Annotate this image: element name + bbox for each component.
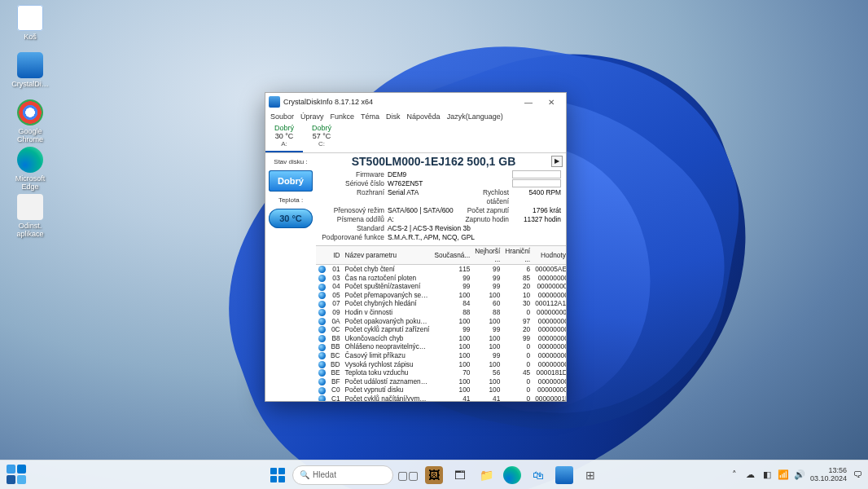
menu-jazyklanguage[interactable]: Jazyk(Language) bbox=[447, 112, 503, 121]
smart-status-dot bbox=[318, 361, 326, 368]
close-button[interactable]: ✕ bbox=[540, 95, 563, 109]
menu-disk[interactable]: Disk bbox=[386, 112, 401, 121]
crystaldiskinfo-icon bbox=[17, 52, 43, 78]
start-button[interactable] bbox=[266, 464, 289, 487]
disk-properties: Firmware DEM9 Sériové číslo W762EN5T Roz… bbox=[316, 170, 566, 244]
smart-row[interactable]: 0C Počet cyklů zapnutí zařízení 99 99 20… bbox=[316, 325, 566, 334]
app-icon bbox=[269, 96, 280, 108]
smart-status-dot bbox=[318, 387, 326, 394]
smart-status-dot bbox=[318, 335, 326, 342]
menu-funkce[interactable]: Funkce bbox=[331, 112, 355, 121]
onedrive-icon[interactable]: ☁ bbox=[745, 469, 756, 480]
desktop-icon-recycle-bin[interactable]: Koš bbox=[5, 5, 55, 49]
volume-icon[interactable]: 🔊 bbox=[794, 469, 805, 480]
smart-row[interactable]: C1 Počet cyklů načítání/vymazání 41 41 0… bbox=[316, 394, 566, 401]
chrome-icon bbox=[17, 99, 43, 126]
task-view-button[interactable]: ▢▢ bbox=[397, 464, 419, 487]
crystaldiskinfo-window: CrystalDiskInfo 8.17.12 x64 — ✕ SouborÚp… bbox=[265, 92, 567, 402]
menu-úpravy[interactable]: Úpravy bbox=[300, 112, 324, 121]
titlebar[interactable]: CrystalDiskInfo 8.17.12 x64 — ✕ bbox=[265, 93, 566, 111]
minimize-button[interactable]: — bbox=[517, 95, 540, 109]
smart-row[interactable]: 05 Počet přemapovaných sektorů 100 100 1… bbox=[316, 291, 566, 300]
smart-row[interactable]: BC Časový limit příkazu 100 99 0 0000000… bbox=[316, 351, 566, 360]
taskbar-app-1[interactable]: 🖼 bbox=[423, 464, 445, 487]
smart-status-dot bbox=[318, 292, 326, 299]
store-button[interactable]: 🛍 bbox=[527, 464, 550, 487]
smart-status-dot bbox=[318, 378, 326, 385]
smart-status-dot bbox=[318, 266, 326, 273]
smart-status-dot bbox=[318, 301, 326, 308]
smart-row[interactable]: BE Teplota toku vzduchu 70 56 45 0000181… bbox=[316, 368, 566, 377]
clock[interactable]: 13:56 03.10.2024 bbox=[810, 466, 847, 482]
disk-model: ST500LM000-1EJ162 500,1 GB bbox=[319, 155, 548, 168]
smart-status-dot bbox=[318, 344, 326, 351]
tray-chevron-icon[interactable]: ˄ bbox=[729, 469, 740, 480]
smart-row[interactable]: 01 Počet chyb čtení 115 99 6 000005AEEA8… bbox=[316, 265, 566, 274]
smart-row[interactable]: 03 Čas na roztočení ploten 99 99 85 0000… bbox=[316, 274, 566, 283]
search-box[interactable]: 🔍 Hledat bbox=[292, 465, 393, 485]
disk-tab-0[interactable]: Dobrý 30 °C A: bbox=[265, 122, 303, 152]
smart-status-dot bbox=[318, 309, 326, 316]
smart-row[interactable]: 09 Hodin v činnosti 88 88 0 000000002C3F bbox=[316, 308, 566, 317]
smart-status-dot bbox=[318, 326, 326, 333]
taskbar-app-2[interactable]: 🗔 bbox=[449, 464, 471, 487]
smart-row[interactable]: BF Počet událostí zaznamenaných otřesový… bbox=[316, 377, 566, 386]
edge-button[interactable] bbox=[501, 464, 524, 487]
smart-row[interactable]: 04 Počet spuštění/zastavení 99 99 20 000… bbox=[316, 282, 566, 291]
tray-app-icon[interactable]: ◧ bbox=[761, 469, 773, 480]
next-disk-button[interactable]: ▶ bbox=[551, 156, 563, 167]
desktop-icon-edge[interactable]: Microsoft Edge bbox=[5, 147, 55, 191]
edge-icon bbox=[17, 147, 43, 173]
cleanup-icon bbox=[17, 194, 43, 220]
smart-row[interactable]: 0A Počet opakovaných pokusů o roztočení … bbox=[316, 317, 566, 326]
desktop-icon-chrome[interactable]: Google Chrome bbox=[5, 99, 55, 143]
desktop-icon-crystaldiskinfo[interactable]: CrystalDi… bbox=[5, 52, 55, 96]
recycle-bin-icon bbox=[17, 5, 43, 31]
smart-status-dot bbox=[318, 318, 326, 325]
desktop-icon-cleanup[interactable]: Odinst. aplikace bbox=[5, 194, 55, 238]
smart-row[interactable]: 07 Počet chybných hledání 84 60 30 00011… bbox=[316, 299, 566, 308]
disk-tab-1[interactable]: Dobrý 57 °C C: bbox=[303, 122, 340, 152]
smart-row[interactable]: BB Ohlášeno neopravitelných chyb 100 100… bbox=[316, 342, 566, 351]
wifi-icon[interactable]: 📶 bbox=[778, 469, 789, 480]
smart-row[interactable]: BD Vysoká rychlost zápisu 100 100 0 0000… bbox=[316, 360, 566, 369]
smart-status-dot bbox=[318, 275, 326, 282]
system-tray: ˄ ☁ ◧ 📶 🔊 13:56 03.10.2024 🗨 bbox=[729, 460, 863, 489]
menu-soubor[interactable]: Soubor bbox=[270, 112, 294, 121]
smart-status-dot bbox=[318, 395, 326, 401]
crystaldiskinfo-taskbar[interactable] bbox=[553, 464, 576, 487]
smart-row[interactable]: C0 Počet vypnutí disku 100 100 0 0000000… bbox=[316, 385, 566, 394]
window-title: CrystalDiskInfo 8.17.12 x64 bbox=[283, 98, 517, 106]
smart-row[interactable]: B8 Ukončovacích chyb 100 100 99 00000000… bbox=[316, 334, 566, 343]
widgets-button[interactable] bbox=[7, 465, 26, 484]
smart-status-dot bbox=[318, 284, 326, 291]
search-icon: 🔍 bbox=[300, 470, 309, 479]
disks-tabs: Dobrý 30 °C A:Dobrý 57 °C C: bbox=[265, 122, 566, 153]
menubar: SouborÚpravyFunkceTémaDiskNápovědaJazyk(… bbox=[265, 111, 566, 122]
smart-status-dot bbox=[318, 352, 326, 359]
temp-label: Teplota : bbox=[278, 196, 303, 204]
file-explorer-button[interactable]: 📁 bbox=[475, 464, 498, 487]
temp-badge: 30 °C bbox=[269, 209, 313, 228]
smart-status-dot bbox=[318, 369, 326, 377]
taskbar-app-3[interactable]: ⊞ bbox=[579, 464, 602, 487]
status-label: Stav disku : bbox=[274, 158, 307, 165]
status-badge: Dobrý bbox=[269, 170, 313, 192]
menu-téma[interactable]: Téma bbox=[361, 112, 379, 121]
notifications-icon[interactable]: 🗨 bbox=[852, 469, 863, 480]
menu-nápověda[interactable]: Nápověda bbox=[407, 112, 441, 121]
smart-table[interactable]: ID Název parametru Současná... Nejhorší … bbox=[316, 245, 566, 401]
